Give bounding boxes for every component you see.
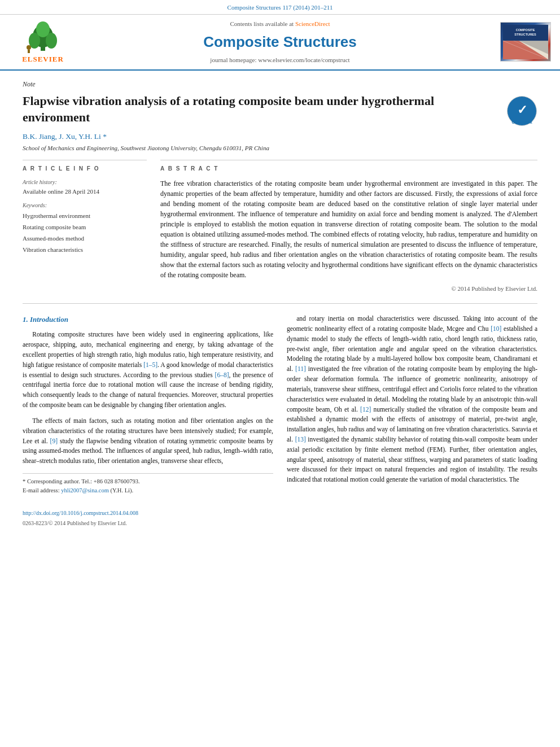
article-history: Article history: Available online 28 Apr… — [23, 178, 147, 196]
svg-point-4 — [36, 21, 50, 37]
keyword-3: Assumed-modes method — [23, 233, 147, 244]
ref-11[interactable]: [11] — [295, 365, 306, 372]
footnote-section: * Corresponding author. Tel.: +86 028 87… — [23, 473, 273, 496]
body-columns: 1. Introduction Rotating composite struc… — [23, 314, 537, 527]
svg-text:✓: ✓ — [517, 103, 527, 117]
abstract-text: The free vibration characteristics of th… — [160, 178, 537, 280]
elsevier-tree-icon — [20, 19, 65, 53]
footnote-corresponding: * Corresponding author. Tel.: +86 028 87… — [23, 477, 273, 486]
ref-9[interactable]: [9] — [50, 438, 58, 444]
abstract-header: A B S T R A C T — [160, 165, 537, 173]
journal-reference: Composite Structures 117 (2014) 201–211 — [228, 4, 333, 11]
ref-10[interactable]: [10] — [491, 325, 501, 332]
right-para-1: and rotary inertia on modal characterist… — [287, 314, 537, 485]
issn-copyright: 0263-8223/© 2014 Published by Elsevier L… — [23, 519, 273, 528]
svg-text:STRUCTURES: STRUCTURES — [514, 33, 536, 36]
note-label: Note — [23, 80, 537, 89]
body-col-left: 1. Introduction Rotating composite struc… — [23, 314, 273, 527]
ref-1-5[interactable]: [1–5] — [143, 361, 158, 368]
main-divider — [23, 303, 537, 304]
top-reference-bar: Composite Structures 117 (2014) 201–211 — [0, 0, 560, 15]
affiliation: School of Mechanics and Engineering, Sou… — [23, 144, 537, 152]
contents-line: Contents lists available at ScienceDirec… — [77, 20, 483, 28]
intro-heading: 1. Introduction — [23, 314, 273, 325]
keywords-list: Hygrothermal environment Rotating compos… — [23, 211, 147, 255]
intro-para-1: Rotating composite structures have been … — [23, 330, 273, 410]
keywords-section: Keywords: Hygrothermal environment Rotat… — [23, 202, 147, 255]
crossmark-icon: ✓ CrossMark — [506, 95, 537, 126]
abstract-col: A B S T R A C T The free vibration chara… — [160, 160, 537, 293]
elsevier-logo: ELSEVIER — [20, 19, 65, 64]
title-text: Flapwise vibration analysis of a rotatin… — [23, 94, 434, 124]
history-label: Article history: — [23, 178, 147, 186]
authors: B.K. Jiang, J. Xu, Y.H. Li * — [23, 132, 537, 142]
svg-text:COMPOSITE: COMPOSITE — [516, 28, 535, 32]
elsevier-label: ELSEVIER — [22, 54, 64, 64]
journal-title: Composite Structures — [77, 32, 483, 52]
keywords-label: Keywords: — [23, 202, 147, 209]
keyword-2: Rotating composite beam — [23, 222, 147, 233]
svg-rect-6 — [28, 50, 30, 53]
elsevier-logo-area: ELSEVIER — [9, 19, 77, 64]
article-info-abstract: A R T I C L E I N F O Article history: A… — [23, 160, 537, 293]
svg-text:CrossMark: CrossMark — [511, 120, 532, 124]
composite-structures-logo-icon: COMPOSITE STRUCTURES — [503, 24, 548, 60]
journal-header: ELSEVIER Contents lists available at Sci… — [0, 15, 560, 70]
shear-word: shear — [189, 457, 203, 464]
available-online: Available online 28 April 2014 — [23, 187, 147, 196]
article-info-header: A R T I C L E I N F O — [23, 165, 147, 173]
homepage-line: journal homepage: www.elsevier.com/locat… — [77, 56, 483, 64]
footnote-email: E-mail address: yhli2007@sina.com (Y.H. … — [23, 486, 273, 495]
intro-para-2: The effects of main factors, such as rot… — [23, 416, 273, 466]
main-content: Note Flapwise vibration analysis of a ro… — [0, 71, 560, 537]
ref-6-8[interactable]: [6–8] — [215, 372, 229, 378]
ref-13[interactable]: [13] — [295, 436, 306, 443]
bottom-links: http://dx.doi.org/10.1016/j.compstruct.2… — [23, 509, 273, 527]
article-info-col: A R T I C L E I N F O Article history: A… — [23, 160, 147, 293]
journal-logo-area: COMPOSITE STRUCTURES — [483, 22, 551, 62]
keyword-4: Vibration characteristics — [23, 244, 147, 256]
body-col-right: and rotary inertia on modal characterist… — [287, 314, 537, 527]
keyword-1: Hygrothermal environment — [23, 211, 147, 222]
email-link[interactable]: yhli2007@sina.com — [61, 487, 109, 493]
doi-link[interactable]: http://dx.doi.org/10.1016/j.compstruct.2… — [23, 510, 138, 516]
abstract-copyright: © 2014 Published by Elsevier Ltd. — [160, 285, 537, 293]
journal-logo-box: COMPOSITE STRUCTURES — [500, 22, 551, 62]
ref-12[interactable]: [12] — [360, 406, 371, 413]
svg-point-5 — [27, 45, 31, 50]
sciencedirect-link[interactable]: ScienceDirect — [295, 20, 330, 27]
article-title: Flapwise vibration analysis of a rotatin… — [23, 93, 537, 125]
journal-header-center: Contents lists available at ScienceDirec… — [77, 20, 483, 64]
